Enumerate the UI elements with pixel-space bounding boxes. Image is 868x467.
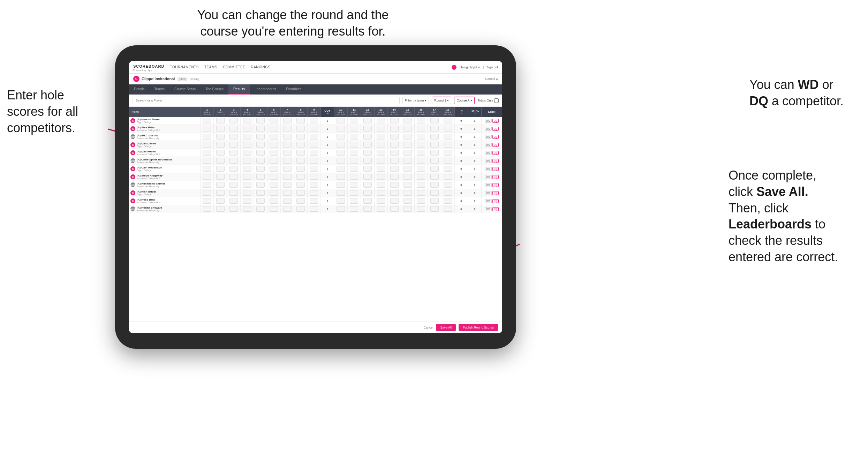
hole-13-input[interactable] xyxy=(377,166,385,172)
hole-5-input[interactable] xyxy=(256,126,265,131)
hole-11-input[interactable] xyxy=(350,142,358,148)
hole-2-input[interactable] xyxy=(216,126,225,131)
hole-1-input[interactable] xyxy=(203,150,211,156)
hole-6-input[interactable] xyxy=(270,182,278,188)
tab-tee-groups[interactable]: Tee Groups xyxy=(201,84,228,95)
hole-12-input[interactable] xyxy=(363,166,372,172)
hole-13-input[interactable] xyxy=(377,126,385,131)
hole-5-input[interactable] xyxy=(256,166,265,172)
hole-6-input[interactable] xyxy=(270,158,278,164)
hole-9-input[interactable] xyxy=(310,142,318,148)
hole-16-input[interactable] xyxy=(417,198,425,204)
hole-4-input[interactable] xyxy=(243,134,251,140)
hole-13-input[interactable] xyxy=(377,118,385,123)
hole-17-input[interactable] xyxy=(430,142,439,148)
hole-14-input[interactable] xyxy=(390,118,399,123)
hole-3-input[interactable] xyxy=(229,126,238,131)
hole-8-input[interactable] xyxy=(296,118,305,123)
hole-2-input[interactable] xyxy=(216,158,225,164)
hole-5-input[interactable] xyxy=(256,190,265,196)
hole-11-input[interactable] xyxy=(350,150,358,156)
nav-tournaments[interactable]: TOURNAMENTS xyxy=(170,65,199,69)
hole-16-input[interactable] xyxy=(417,118,425,123)
hole-18-input[interactable] xyxy=(444,174,452,180)
hole-2-input[interactable] xyxy=(216,150,225,156)
hole-3-input[interactable] xyxy=(229,190,238,196)
wd-button[interactable]: WD xyxy=(485,191,492,195)
hole-16-input[interactable] xyxy=(417,174,425,180)
nav-teams[interactable]: TEAMS xyxy=(204,65,217,69)
hole-6-input[interactable] xyxy=(270,198,278,204)
dq-button[interactable]: DQ xyxy=(492,183,499,187)
hole-11-input[interactable] xyxy=(350,134,358,140)
hole-4-input[interactable] xyxy=(243,190,251,196)
hole-7-input[interactable] xyxy=(283,134,292,140)
hole-11-input[interactable] xyxy=(350,158,358,164)
hole-11-input[interactable] xyxy=(350,198,358,204)
hole-17-input[interactable] xyxy=(430,190,439,196)
hole-6-input[interactable] xyxy=(270,174,278,180)
hole-18-input[interactable] xyxy=(444,182,452,188)
hole-13-input[interactable] xyxy=(377,182,385,188)
hole-10-input[interactable] xyxy=(337,174,345,180)
course-dropdown[interactable]: Course A ▾ xyxy=(454,97,475,104)
dq-button[interactable]: DQ xyxy=(492,159,499,163)
hole-3-input[interactable] xyxy=(229,174,238,180)
hole-17-input[interactable] xyxy=(430,158,439,164)
hole-8-input[interactable] xyxy=(296,126,305,131)
hole-15-input[interactable] xyxy=(403,174,412,180)
dq-button[interactable]: DQ xyxy=(492,175,499,179)
hole-15-input[interactable] xyxy=(403,118,412,123)
hole-12-input[interactable] xyxy=(363,134,372,140)
hole-10-input[interactable] xyxy=(337,182,345,188)
hole-4-input[interactable] xyxy=(243,150,251,156)
hole-8-input[interactable] xyxy=(296,182,305,188)
hole-9-input[interactable] xyxy=(310,126,318,131)
hole-1-input[interactable] xyxy=(203,118,211,123)
hole-2-input[interactable] xyxy=(216,190,225,196)
hole-8-input[interactable] xyxy=(296,206,305,212)
search-input[interactable] xyxy=(133,97,400,104)
hole-5-input[interactable] xyxy=(256,142,265,148)
hole-1-input[interactable] xyxy=(203,166,211,172)
hole-14-input[interactable] xyxy=(390,190,399,196)
hole-7-input[interactable] xyxy=(283,150,292,156)
hole-1-input[interactable] xyxy=(203,142,211,148)
hole-15-input[interactable] xyxy=(403,198,412,204)
hole-15-input[interactable] xyxy=(403,142,412,148)
hole-3-input[interactable] xyxy=(229,198,238,204)
hole-9-input[interactable] xyxy=(310,166,318,172)
hole-8-input[interactable] xyxy=(296,142,305,148)
hole-16-input[interactable] xyxy=(417,182,425,188)
hole-4-input[interactable] xyxy=(243,182,251,188)
hole-15-input[interactable] xyxy=(403,182,412,188)
hole-18-input[interactable] xyxy=(444,198,452,204)
hole-12-input[interactable] xyxy=(363,206,372,212)
hole-10-input[interactable] xyxy=(337,190,345,196)
dq-button[interactable]: DQ xyxy=(492,199,499,203)
wd-button[interactable]: WD xyxy=(485,175,492,179)
hole-10-input[interactable] xyxy=(337,198,345,204)
hole-6-input[interactable] xyxy=(270,126,278,131)
hole-4-input[interactable] xyxy=(243,198,251,204)
hole-4-input[interactable] xyxy=(243,158,251,164)
hole-7-input[interactable] xyxy=(283,206,292,212)
hole-1-input[interactable] xyxy=(203,134,211,140)
hole-18-input[interactable] xyxy=(444,118,452,123)
hole-15-input[interactable] xyxy=(403,126,412,131)
hole-2-input[interactable] xyxy=(216,166,225,172)
hole-8-input[interactable] xyxy=(296,166,305,172)
hole-7-input[interactable] xyxy=(283,142,292,148)
hole-13-input[interactable] xyxy=(377,174,385,180)
save-all-button[interactable]: Save All xyxy=(436,324,456,331)
hole-14-input[interactable] xyxy=(390,206,399,212)
dq-button[interactable]: DQ xyxy=(492,151,499,155)
hole-13-input[interactable] xyxy=(377,150,385,156)
wd-button[interactable]: WD xyxy=(485,183,492,187)
hole-14-input[interactable] xyxy=(390,166,399,172)
hole-14-input[interactable] xyxy=(390,134,399,140)
hole-5-input[interactable] xyxy=(256,206,265,212)
hole-7-input[interactable] xyxy=(283,166,292,172)
wd-button[interactable]: WD xyxy=(485,135,492,139)
hole-18-input[interactable] xyxy=(444,150,452,156)
